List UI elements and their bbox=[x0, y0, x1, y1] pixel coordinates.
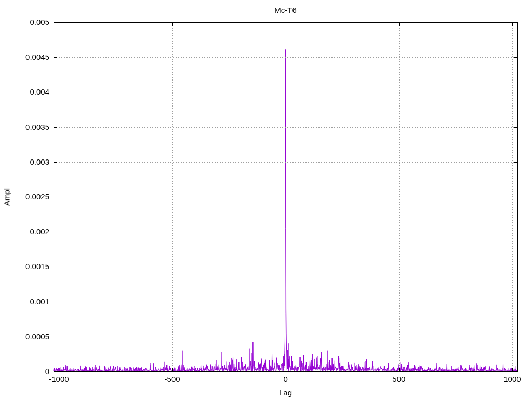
y-tick-label: 0.001 bbox=[0, 298, 49, 306]
y-tick-label: 0.0035 bbox=[0, 123, 49, 131]
y-tick-label: 0.003 bbox=[0, 158, 49, 166]
y-tick-label: 0.0045 bbox=[0, 53, 49, 61]
x-tick-label: 1000 bbox=[489, 375, 532, 383]
x-tick-label: -500 bbox=[149, 375, 196, 383]
y-tick-label: 0.0005 bbox=[0, 332, 49, 341]
y-tick-label: 0.002 bbox=[0, 228, 49, 236]
y-tick-label: 0.004 bbox=[0, 88, 49, 96]
y-tick-label: 0 bbox=[0, 367, 49, 376]
autocorrelation-chart: Mc-T6 Ampl Lag 00.00050.0010.00150.0020.… bbox=[0, 0, 532, 399]
x-tick-label: 500 bbox=[376, 375, 422, 383]
plot-canvas bbox=[0, 0, 532, 399]
x-tick-label: -1000 bbox=[35, 375, 82, 383]
y-tick-label: 0.0025 bbox=[0, 193, 49, 201]
y-tick-label: 0.005 bbox=[0, 18, 49, 26]
x-tick-label: 0 bbox=[262, 375, 309, 383]
x-axis-label: Lag bbox=[54, 388, 517, 397]
chart-title: Mc-T6 bbox=[54, 6, 517, 15]
y-tick-label: 0.0015 bbox=[0, 262, 49, 271]
